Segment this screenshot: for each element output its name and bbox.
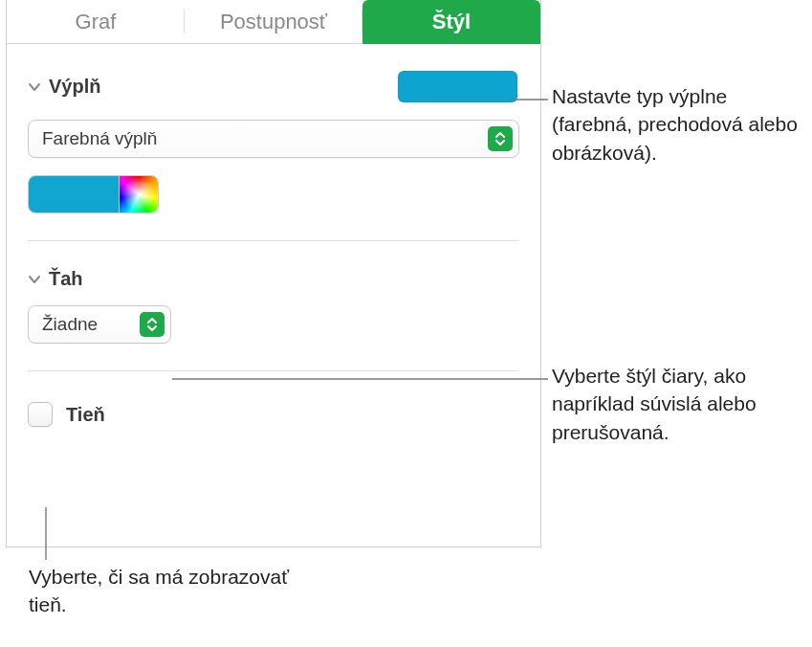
tab-postupnost[interactable]: Postupnosť bbox=[185, 0, 362, 43]
tab-label: Graf bbox=[76, 10, 117, 34]
callout-stroke: Vyberte štýl čiary, ako napríklad súvisl… bbox=[552, 362, 801, 446]
chevron-down-icon[interactable] bbox=[28, 80, 41, 94]
section-fill: Výplň Farebná výplň bbox=[7, 71, 540, 241]
updown-icon bbox=[140, 312, 165, 337]
style-inspector-panel: Graf Postupnosť Štýl Výplň Farebná výplň bbox=[6, 0, 541, 547]
shadow-checkbox[interactable] bbox=[28, 402, 53, 427]
section-title-fill: Výplň bbox=[49, 76, 100, 98]
divider bbox=[28, 370, 519, 371]
stroke-style-select[interactable]: Žiadne bbox=[28, 305, 171, 344]
inspector-tabs: Graf Postupnosť Štýl bbox=[7, 0, 540, 44]
fill-color-row bbox=[28, 175, 519, 213]
section-header-stroke: Ťah bbox=[28, 268, 519, 290]
divider bbox=[28, 240, 519, 241]
tab-styl[interactable]: Štýl bbox=[362, 0, 540, 44]
section-stroke: Ťah Žiadne bbox=[7, 268, 540, 371]
updown-icon bbox=[488, 126, 513, 151]
section-title-stroke: Ťah bbox=[49, 268, 83, 290]
chevron-down-icon[interactable] bbox=[28, 273, 41, 286]
fill-title-wrap: Výplň bbox=[28, 76, 100, 98]
section-header-fill: Výplň bbox=[28, 71, 519, 102]
current-color-swatch[interactable] bbox=[29, 176, 120, 212]
callout-shadow: Vyberte, či sa má zobrazovať tieň. bbox=[29, 563, 316, 619]
stroke-style-label: Žiadne bbox=[42, 314, 98, 335]
shadow-row: Tieň bbox=[28, 402, 519, 427]
fill-color-picker[interactable] bbox=[28, 175, 159, 213]
callout-fill: Nastavte typ výplne (farebná, prechodová… bbox=[552, 82, 801, 167]
tab-label: Štýl bbox=[432, 10, 471, 34]
fill-color-swatch[interactable] bbox=[398, 71, 517, 102]
tab-graf[interactable]: Graf bbox=[7, 0, 185, 43]
section-title-shadow: Tieň bbox=[66, 404, 105, 426]
stroke-row: Žiadne bbox=[28, 305, 519, 344]
fill-type-label: Farebná výplň bbox=[42, 128, 157, 149]
section-shadow: Tieň bbox=[7, 402, 540, 427]
tab-label: Postupnosť bbox=[220, 10, 327, 34]
color-wheel-icon[interactable] bbox=[120, 176, 158, 212]
fill-type-select[interactable]: Farebná výplň bbox=[28, 120, 519, 158]
